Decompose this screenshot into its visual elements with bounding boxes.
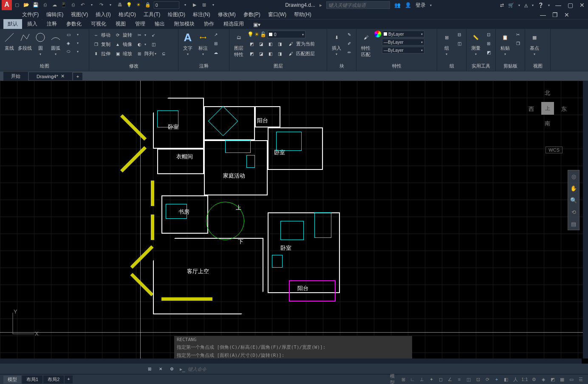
tab-view[interactable]: 视图 xyxy=(111,19,130,29)
doc-restore-button[interactable]: ❐ xyxy=(551,11,559,18)
menu-tools[interactable]: 工具(T) xyxy=(142,10,162,19)
menu-file[interactable]: 文件(F) xyxy=(20,10,40,19)
cmd-toggle-icon[interactable]: ⊞ xyxy=(145,365,154,373)
vertical-scrollbar[interactable] xyxy=(583,81,588,359)
hw-icon[interactable]: ▦ xyxy=(558,376,566,383)
u2-icon[interactable]: ⊞ xyxy=(484,40,493,47)
custom-icon[interactable]: ☰ xyxy=(577,376,585,383)
create-icon[interactable]: ✎ xyxy=(345,31,353,38)
g2-icon[interactable]: ◫ xyxy=(455,40,464,47)
l3-icon[interactable]: ◧ xyxy=(266,40,274,48)
dim-button[interactable]: ⟷标注▾ xyxy=(196,31,210,56)
u3-icon[interactable]: ◩ xyxy=(484,48,493,56)
tab-parametric[interactable]: 参数化 xyxy=(62,19,86,29)
copy2-icon[interactable]: ❐ xyxy=(514,40,522,47)
text-button[interactable]: A文字▾ xyxy=(181,31,195,56)
tab-insert[interactable]: 插入 xyxy=(23,19,42,29)
tab-layout1[interactable]: 布局1 xyxy=(22,376,42,384)
line-button[interactable]: 直线 xyxy=(3,31,16,51)
connect-icon[interactable]: 👥 xyxy=(394,2,401,8)
menu-draw[interactable]: 绘图(D) xyxy=(166,10,187,19)
showmo-icon[interactable]: ▤ xyxy=(569,220,578,228)
ortho-icon[interactable]: ⊥ xyxy=(418,376,426,383)
tab-addins[interactable]: 附加模块 xyxy=(170,19,199,29)
menu-dim[interactable]: 标注(N) xyxy=(191,10,212,19)
vc-north[interactable]: 北 xyxy=(545,89,550,97)
gear-icon[interactable]: ⚙ xyxy=(530,376,538,383)
grid-icon[interactable]: ⊞ xyxy=(201,1,207,8)
qp-icon[interactable]: ◧ xyxy=(502,376,510,383)
cut-icon[interactable]: ✂ xyxy=(514,31,522,38)
layer-combo[interactable]: 0▾ xyxy=(267,31,305,38)
doc-close-button[interactable]: ✕ xyxy=(563,11,571,18)
save-icon[interactable]: 💾 xyxy=(32,1,39,8)
polyline-button[interactable]: 多段线 xyxy=(18,31,32,51)
viewcube[interactable]: 北 南 西 东 上 xyxy=(529,89,567,127)
lweight-combo[interactable]: — ByLayer▾ xyxy=(382,39,424,45)
iso-icon[interactable]: ◈ xyxy=(540,376,547,383)
exchange-icon[interactable]: ⇄ xyxy=(500,3,504,8)
add-layout-button[interactable]: + xyxy=(65,376,72,384)
l1-icon[interactable]: ◩ xyxy=(247,40,256,48)
menu-modify[interactable]: 修改(M) xyxy=(216,10,237,19)
menu-view[interactable]: 视图(V) xyxy=(69,10,90,19)
pan-icon[interactable]: ✋ xyxy=(569,184,578,192)
ltype-combo[interactable]: — ByLayer▾ xyxy=(382,47,424,54)
grid-toggle-icon[interactable]: ⊞ xyxy=(399,376,407,383)
ext1-icon[interactable]: ↙ xyxy=(149,31,158,39)
menu-format[interactable]: 格式(O) xyxy=(117,10,138,19)
measure-button[interactable]: 📏测量▾ xyxy=(469,31,483,56)
login-label[interactable]: 登录 xyxy=(416,2,426,9)
rotate-icon[interactable]: ⟳ xyxy=(113,31,122,39)
hatch-icon[interactable]: ◈ xyxy=(64,39,73,47)
l4-icon[interactable]: ◨ xyxy=(275,40,284,48)
help-icon[interactable]: ❔ xyxy=(538,3,544,8)
open-icon[interactable]: 📂 xyxy=(23,1,30,8)
tab-launcher-icon[interactable]: ▣▾ xyxy=(249,20,265,29)
uc-icon[interactable]: ◩ xyxy=(549,376,557,383)
tab-output[interactable]: 输出 xyxy=(150,19,169,29)
menu-insert[interactable]: 插入(I) xyxy=(94,10,112,19)
horizontal-scrollbar[interactable] xyxy=(0,359,582,364)
l2-icon[interactable]: ◪ xyxy=(257,40,265,48)
ext3-icon[interactable]: ⊆ xyxy=(159,50,168,57)
zoom-icon[interactable]: 🔍 xyxy=(569,196,578,204)
undo-dd-icon[interactable]: ▾ xyxy=(88,1,95,8)
polar-icon[interactable]: ✦ xyxy=(427,376,435,383)
paste-button[interactable]: 📋粘贴▾ xyxy=(498,31,512,56)
g1-icon[interactable]: ⊟ xyxy=(455,31,464,38)
search-input[interactable] xyxy=(326,1,390,9)
saveas-icon[interactable]: ⎙ xyxy=(42,1,48,8)
rect-icon[interactable]: ▭ xyxy=(64,31,73,38)
ext2-icon[interactable]: ◫ xyxy=(149,40,158,48)
bulb-icon[interactable]: 💡 xyxy=(126,1,133,8)
match-layer-label[interactable]: 匹配图层 xyxy=(296,51,315,57)
tab-start[interactable]: 开始 xyxy=(3,71,28,81)
orbit-icon[interactable]: ⟲ xyxy=(569,208,578,216)
ellipse-icon[interactable]: ⬭ xyxy=(64,48,73,55)
color-icon[interactable] xyxy=(374,31,381,37)
matchprop-button[interactable]: 🖌特性 匹配 xyxy=(359,31,373,58)
new-icon[interactable]: ▢ xyxy=(14,1,20,8)
print-icon[interactable]: 🖶 xyxy=(116,1,123,8)
doc-minimize-button[interactable]: — xyxy=(539,11,547,18)
color-combo[interactable]: ByLayer▾ xyxy=(382,31,424,37)
cart-icon[interactable]: 🛒 xyxy=(508,3,514,8)
vc-south[interactable]: 南 xyxy=(545,120,550,127)
base-button[interactable]: ▦基点▾ xyxy=(528,31,541,56)
clean-icon[interactable]: ▭ xyxy=(568,376,575,383)
maximize-button[interactable]: ▢ xyxy=(566,2,574,8)
scale-label[interactable]: 1:1 xyxy=(521,376,529,383)
mobile-icon[interactable]: 📱 xyxy=(60,1,67,8)
minimize-button[interactable]: — xyxy=(554,2,563,8)
drawing-canvas[interactable]: 卧室 阳台 衣帽间 家庭活动 卧室 书房 上 下 卧室 客厅上空 阳台 北 南 … xyxy=(0,81,588,364)
plot-icon[interactable]: ⎙ xyxy=(70,1,76,8)
scale-icon[interactable]: ▣ xyxy=(113,50,122,57)
app-icon[interactable]: ◬ xyxy=(524,3,528,8)
insert-button[interactable]: ⬇插入▾ xyxy=(330,31,343,56)
app-logo[interactable]: A xyxy=(2,0,12,10)
tab-drawing4[interactable]: Drawing4*✕ xyxy=(29,72,72,80)
qat-dd-icon[interactable]: ▾ xyxy=(182,1,189,8)
arc-button[interactable]: 圆弧▾ xyxy=(49,31,62,56)
l5-icon[interactable]: ◩ xyxy=(247,50,256,57)
